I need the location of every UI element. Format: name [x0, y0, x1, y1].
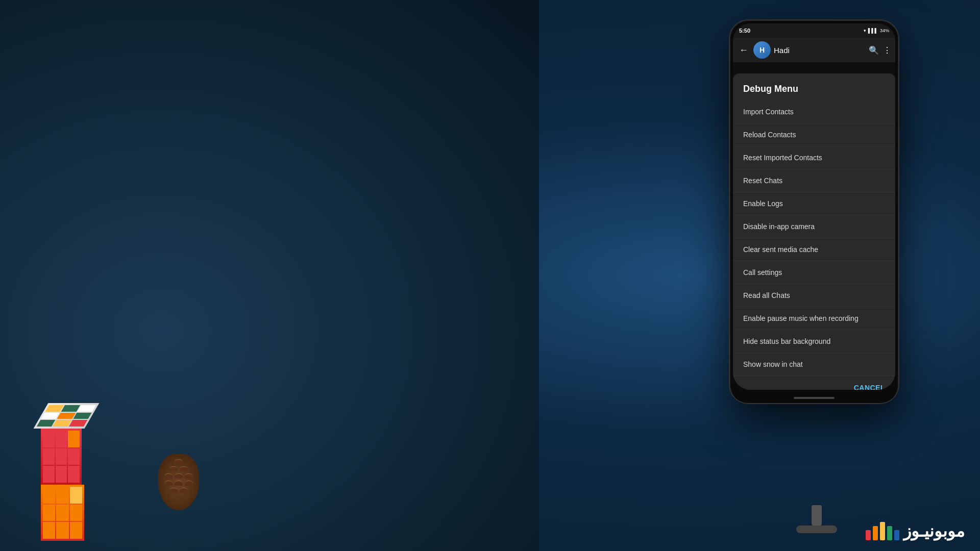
bar-4: [887, 526, 892, 540]
menu-item-enable-pause-music[interactable]: Enable pause music when recording: [733, 307, 895, 330]
dialog-backdrop: Debug Menu Import Contacts Reload Contac…: [733, 62, 895, 390]
menu-item-call-settings[interactable]: Call settings: [733, 261, 895, 284]
watermark-bars: [866, 522, 899, 540]
battery-indicator: 34%: [880, 28, 889, 33]
signal-icon: ▌▌▌: [868, 28, 878, 33]
dialog-title: Debug Menu: [733, 73, 895, 101]
avatar: H: [753, 41, 771, 59]
menu-item-read-all-chats[interactable]: Read all Chats: [733, 284, 895, 307]
bar-5: [894, 530, 899, 540]
menu-item-clear-sent-media-cache[interactable]: Clear sent media cache: [733, 238, 895, 261]
rubiks-cube: [41, 403, 122, 480]
cancel-button[interactable]: CANCEL: [854, 384, 885, 390]
wifi-icon: ▾: [864, 28, 866, 33]
menu-item-show-snow-in-chat[interactable]: Show snow in chat: [733, 353, 895, 376]
menu-item-reload-contacts[interactable]: Reload Contacts: [733, 123, 895, 146]
phone-device: 5:50 ▾ ▌▌▌ 34% ← H Hadi 🔍 ⋮ Debug Menu: [730, 20, 898, 403]
pine-cone-body: [158, 454, 199, 510]
menu-item-import-contacts[interactable]: Import Contacts: [733, 101, 895, 123]
home-indicator: [794, 397, 835, 399]
phone-screen: 5:50 ▾ ▌▌▌ 34% ← H Hadi 🔍 ⋮ Debug Menu: [733, 23, 895, 390]
bar-3: [880, 522, 885, 540]
stand-neck: [812, 505, 822, 525]
menu-item-enable-logs[interactable]: Enable Logs: [733, 192, 895, 215]
phone-stand: [796, 505, 837, 536]
bar-2: [873, 526, 878, 540]
dialog-container: Debug Menu Import Contacts Reload Contac…: [733, 62, 895, 390]
menu-item-hide-status-bar[interactable]: Hide status bar background: [733, 330, 895, 353]
contact-name: Hadi: [774, 46, 866, 55]
dialog-cancel-area: CANCEL: [733, 376, 895, 390]
search-icon[interactable]: 🔍: [869, 45, 879, 55]
back-button[interactable]: ←: [737, 43, 750, 58]
menu-item-reset-chats[interactable]: Reset Chats: [733, 169, 895, 192]
cube-right-face: [41, 485, 84, 541]
menu-item-disable-in-app-camera[interactable]: Disable in-app camera: [733, 215, 895, 238]
phone-bottom-bar: [730, 393, 898, 403]
menu-item-reset-imported-contacts[interactable]: Reset Imported Contacts: [733, 146, 895, 169]
pine-cone-decoration: [153, 454, 204, 525]
decorative-cube: [31, 357, 174, 510]
more-options-icon[interactable]: ⋮: [883, 45, 891, 55]
watermark: موبونيـوز: [866, 521, 965, 541]
status-icons: ▾ ▌▌▌ 34%: [864, 28, 889, 33]
app-bar-actions: 🔍 ⋮: [869, 45, 891, 55]
app-bar: ← H Hadi 🔍 ⋮: [733, 38, 895, 62]
stand-base: [796, 525, 837, 533]
status-time: 5:50: [739, 28, 750, 34]
debug-menu-sheet: Debug Menu Import Contacts Reload Contac…: [733, 73, 895, 390]
bar-1: [866, 530, 871, 540]
status-bar: 5:50 ▾ ▌▌▌ 34%: [733, 23, 895, 38]
cube-top-face: [34, 403, 100, 429]
watermark-text: موبونيـوز: [903, 521, 965, 541]
pine-cone-scales: [161, 459, 197, 495]
cube-left-face: [41, 429, 82, 485]
